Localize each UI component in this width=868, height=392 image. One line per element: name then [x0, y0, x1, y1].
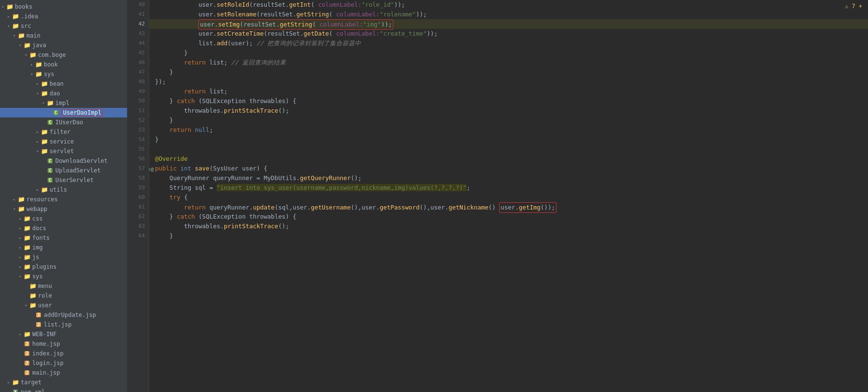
sidebar-item-js[interactable]: ▸📁js: [0, 252, 127, 262]
sidebar-item-DownloadServlet[interactable]: CDownloadServlet: [0, 156, 127, 166]
sidebar-item-label: sys: [32, 273, 43, 280]
sidebar-item-label: addOrUpdate.jsp: [44, 312, 96, 318]
sidebar-item-webapp[interactable]: ▾📁webapp: [0, 204, 127, 214]
sidebar-item-label: books: [15, 3, 32, 10]
sidebar-item-menu[interactable]: 📁menu: [0, 281, 127, 291]
sidebar-item-java[interactable]: ▾📁java: [0, 40, 127, 50]
code-content: user.setRoleId(resultSet.getInt( columnL…: [149, 0, 868, 392]
sidebar-item-label: main: [26, 32, 40, 39]
sidebar-item-label: WEB-INF: [32, 331, 57, 338]
sidebar-item-service[interactable]: ▸📁service: [0, 137, 127, 146]
sidebar-item-home[interactable]: Jhome.jsp: [0, 339, 127, 349]
sidebar-item-com.boge[interactable]: ▾📁com.boge: [0, 50, 127, 60]
sidebar-item-label: IUserDao: [55, 119, 83, 126]
file-tree[interactable]: ▾📁books▸📁.idea▾📁src▾📁main▾📁java▾📁com.bog…: [0, 0, 128, 392]
sidebar-item-index[interactable]: Jindex.jsp: [0, 349, 127, 358]
sidebar-item-main[interactable]: ▾📁main: [0, 31, 127, 40]
sidebar-item-resources[interactable]: ▸📁resources: [0, 195, 127, 204]
line-number: 60: [130, 193, 145, 202]
code-line: QueryRunner queryRunner = MyDbUtils.getQ…: [149, 173, 868, 183]
code-line: }: [149, 135, 868, 144]
sidebar-item-idea[interactable]: ▸📁.idea: [0, 12, 127, 21]
sidebar-item-pom[interactable]: Xpom.xml: [0, 387, 127, 392]
sidebar-item-label: user: [38, 302, 52, 309]
sidebar-item-list[interactable]: Jlist.jsp: [0, 320, 127, 329]
code-line: @Override: [149, 154, 868, 164]
sidebar-item-utils[interactable]: ▸📁utils: [0, 185, 127, 195]
sidebar-item-label: webapp: [26, 206, 47, 212]
code-line: }: [149, 48, 868, 58]
sidebar-item-user[interactable]: ▾📁user: [0, 301, 127, 310]
code-line: try {: [149, 193, 868, 202]
sidebar-item-label: docs: [32, 225, 46, 232]
sidebar-item-main2[interactable]: Jmain.jsp: [0, 368, 127, 378]
sidebar-item-dao[interactable]: ▾📁dao: [0, 89, 127, 98]
code-line: String sql = "insert into sys_user(usern…: [149, 183, 868, 193]
line-number: 57↑@: [130, 164, 145, 173]
line-number: 63: [130, 222, 145, 231]
sidebar-item-label: role: [38, 292, 52, 299]
code-line: return list; // 返回查询的结果: [149, 58, 868, 67]
sidebar-item-label: css: [32, 215, 43, 222]
sidebar-item-plugins[interactable]: ▸📁plugins: [0, 262, 127, 272]
code-line: list.add(user); // 把查询的记录封装到了集合容器中: [149, 39, 868, 48]
line-numbers: 404142434445464748495051525354555657↑@58…: [128, 0, 149, 392]
sidebar-item-UserServlet[interactable]: CUserServlet: [0, 175, 127, 185]
sidebar-item-label: UserDaoImpl: [61, 109, 103, 117]
sidebar-item-label: DownloadServlet: [55, 157, 107, 164]
line-number: 53: [130, 125, 145, 135]
code-line: }: [149, 116, 868, 125]
code-line: });: [149, 77, 868, 87]
line-number: 56: [130, 154, 145, 164]
sidebar-item-label: filter: [50, 129, 70, 135]
sidebar-item-label: bean: [50, 80, 64, 87]
sidebar-item-img[interactable]: ▸📁img: [0, 243, 127, 252]
line-number: 51: [130, 106, 145, 116]
code-line: } catch (SQLException throwables) {: [149, 96, 868, 106]
sidebar-item-src[interactable]: ▾📁src: [0, 21, 127, 31]
sidebar-item-UploadServlet[interactable]: CUploadServlet: [0, 166, 127, 175]
code-line: throwables.printStackTrace();: [149, 106, 868, 116]
sidebar-item-bean[interactable]: ▸📁bean: [0, 79, 127, 89]
sidebar-item-books[interactable]: ▾📁books: [0, 2, 127, 12]
code-line: user.setRoleId(resultSet.getInt( columnL…: [149, 0, 868, 10]
sidebar-item-impl[interactable]: ▾📁impl: [0, 98, 127, 108]
sidebar-item-label: login.jsp: [32, 360, 64, 366]
sidebar-item-addOrUpdate[interactable]: JaddOrUpdate.jsp: [0, 310, 127, 320]
sidebar-item-css[interactable]: ▸📁css: [0, 214, 127, 223]
sidebar-item-label: src: [21, 23, 31, 29]
line-number: 55: [130, 144, 145, 154]
code-line: user.setRolename(resultSet.getString( co…: [149, 10, 868, 19]
sidebar-item-label: target: [21, 379, 41, 386]
sidebar-item-label: impl: [55, 100, 69, 106]
sidebar-item-UserDaoImpl[interactable]: CUserDaoImpl: [0, 108, 127, 118]
code-line: }: [149, 67, 868, 77]
line-number: 52: [130, 116, 145, 125]
line-number: 61: [130, 202, 145, 212]
line-number: 64: [130, 231, 145, 241]
sidebar-item-label: servlet: [50, 148, 74, 155]
sidebar-item-target[interactable]: ▸📁target: [0, 378, 127, 387]
sidebar-item-WEB-INF[interactable]: ▸📁WEB-INF: [0, 329, 127, 339]
sidebar-item-login[interactable]: Jlogin.jsp: [0, 358, 127, 368]
code-line: throwables.printStackTrace();: [149, 222, 868, 231]
sidebar-item-servlet[interactable]: ▾📁servlet: [0, 146, 127, 156]
code-line: user.setCreateTime(resultSet.getDate( co…: [149, 29, 868, 39]
sidebar-item-label: UploadServlet: [55, 167, 101, 174]
line-number: 41: [130, 10, 145, 19]
sidebar-item-filter[interactable]: ▸📁filter: [0, 127, 127, 137]
sidebar-item-sys[interactable]: ▾📁sys: [0, 69, 127, 79]
line-number: 54: [130, 135, 145, 144]
sidebar-item-label: main.jsp: [32, 369, 60, 376]
sidebar-item-fonts[interactable]: ▸📁fonts: [0, 233, 127, 243]
code-line: } catch (SQLException throwables) {: [149, 212, 868, 222]
sidebar-item-label: service: [50, 138, 74, 145]
sidebar-item-role[interactable]: 📁role: [0, 291, 127, 301]
sidebar-item-label: book: [44, 61, 58, 68]
sidebar-item-docs[interactable]: ▸📁docs: [0, 223, 127, 233]
line-number: 62: [130, 212, 145, 222]
code-line: return queryRunner.update(sql,user.getUs…: [149, 202, 868, 212]
sidebar-item-IUserDao[interactable]: CIUserDao: [0, 118, 127, 127]
sidebar-item-book[interactable]: ▸📁book: [0, 60, 127, 69]
sidebar-item-sys2[interactable]: ▾📁sys: [0, 272, 127, 281]
